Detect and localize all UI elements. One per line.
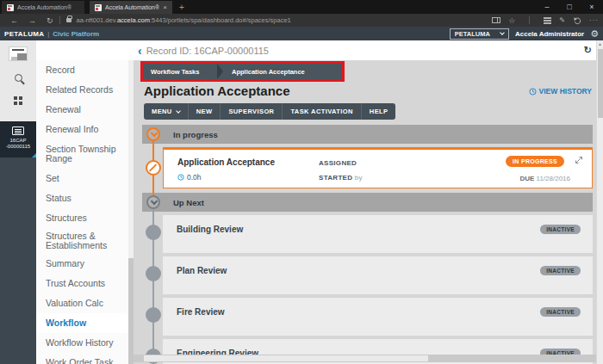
- reading-view-icon[interactable]: [492, 17, 500, 23]
- task-card-building-review[interactable]: Building Review INACTIVE: [163, 215, 593, 253]
- collapse-chevron-icon[interactable]: [146, 195, 160, 209]
- clock-icon: [177, 174, 184, 181]
- sidebar-item-structures[interactable]: Structures: [36, 208, 134, 228]
- workflow-content: Workflow Tasks Application Acceptance Ap…: [134, 60, 596, 364]
- collapse-chevron-icon[interactable]: [146, 127, 160, 141]
- agency-dropdown[interactable]: PETALUMA: [450, 28, 509, 40]
- status-badge: INACTIVE: [540, 266, 581, 275]
- close-window-button[interactable]: ×: [581, 0, 603, 14]
- back-icon[interactable]: ←: [10, 16, 18, 25]
- section-up-next[interactable]: Up Next: [142, 193, 593, 212]
- back-chevron-icon[interactable]: ‹: [138, 45, 142, 57]
- task-card-fire-review[interactable]: Fire Review INACTIVE: [163, 298, 593, 336]
- sidebar-item-set[interactable]: Set: [36, 169, 134, 188]
- task-card-plan-review[interactable]: Plan Review INACTIVE: [163, 256, 593, 294]
- task-activation-button[interactable]: TASK ACTIVATION: [283, 103, 361, 120]
- record-header: ‹ Record ID: 16CAP-00000115 ↻: [36, 40, 596, 60]
- url-field[interactable]: aa-nft001.dev.accela.com:5443/portlets/s…: [77, 16, 291, 24]
- sidebar-item-valuation-calc[interactable]: Valuation Calc: [36, 293, 134, 313]
- breadcrumb-application-acceptance[interactable]: Application Acceptance: [223, 64, 314, 79]
- refresh-record-icon[interactable]: ↻: [584, 45, 592, 56]
- view-history-link[interactable]: VIEW HISTORY: [529, 87, 592, 96]
- window-controls: – □ ×: [536, 0, 603, 14]
- scrollbar-thumb[interactable]: [598, 49, 603, 118]
- scrollbar-thumb[interactable]: [144, 355, 428, 361]
- forward-icon[interactable]: →: [28, 16, 36, 25]
- browser-tab[interactable]: Accela Automation®: [2, 1, 84, 14]
- vertical-scrollbar[interactable]: ▲: [596, 40, 603, 364]
- hub-icon[interactable]: [544, 17, 551, 19]
- app-header: PETALUMA | Civic Platform PETALUMA Accel…: [0, 27, 603, 40]
- app-header-right: PETALUMA Accela Administrator ⚙: [450, 28, 599, 40]
- lock-icon: [66, 18, 71, 22]
- annotation-highlight-box: Workflow Tasks Application Acceptance: [140, 61, 345, 82]
- workspace: 16CAP -00000115 ‹ Record ID: 16CAP-00000…: [0, 40, 603, 364]
- menu-button[interactable]: MENU: [144, 103, 189, 120]
- expand-icon[interactable]: [575, 156, 583, 164]
- rail-background: [0, 157, 36, 364]
- section-in-progress[interactable]: In progress: [142, 125, 593, 144]
- minimize-button[interactable]: –: [536, 0, 558, 14]
- maximize-button[interactable]: □: [558, 0, 581, 14]
- tab-title: Accela Automation®: [105, 4, 159, 10]
- sidebar-item-summary[interactable]: Summary: [36, 254, 134, 274]
- sidebar-item-work-order-task[interactable]: Work Order Task: [36, 353, 134, 364]
- divider: [529, 16, 530, 24]
- web-note-icon[interactable]: ✎: [559, 16, 565, 24]
- sidebar-item-renewal-info[interactable]: Renewal Info: [36, 120, 134, 139]
- favorite-star-icon[interactable]: ☆: [508, 16, 515, 25]
- tab-title: Accela Automation®: [17, 4, 71, 10]
- browser-address-bar: ← → ↻ aa-nft001.dev.accela.com:5443/port…: [0, 14, 603, 27]
- sidebar-item-workflow[interactable]: Workflow: [36, 313, 134, 333]
- started-label: STARTED by: [319, 174, 363, 182]
- sidebar-item-related-records[interactable]: Related Records: [36, 80, 134, 100]
- supervisor-button[interactable]: SUPERVISOR: [221, 103, 283, 120]
- sidebar-item-structures-establishments[interactable]: Structures & Establishments: [36, 228, 134, 254]
- breadcrumb-arrow-icon: [217, 64, 223, 79]
- address-bar-actions: ☆ ✎ ···: [492, 16, 603, 25]
- chevron-down-icon: [176, 108, 181, 114]
- launchpad-icon[interactable]: [9, 47, 27, 60]
- chevron-down-icon: [500, 30, 505, 35]
- sidebar-item-status[interactable]: Status: [36, 188, 134, 208]
- record-id-title: Record ID: 16CAP-00000115: [146, 46, 269, 56]
- search-icon[interactable]: [15, 74, 22, 82]
- left-icon-rail: 16CAP -00000115: [0, 40, 36, 364]
- refresh-icon[interactable]: ↻: [47, 16, 53, 25]
- status-badge: INACTIVE: [540, 307, 581, 317]
- sidebar-item-renewal[interactable]: Renewal: [36, 100, 134, 120]
- due-date: DUE 11/28/2016: [519, 175, 570, 182]
- new-tab-button[interactable]: +: [179, 3, 184, 12]
- gear-icon[interactable]: ⚙: [590, 29, 599, 39]
- help-button[interactable]: HELP: [362, 103, 396, 120]
- record-tab-tile[interactable]: 16CAP -00000115: [0, 121, 36, 157]
- share-icon[interactable]: [573, 16, 581, 25]
- accela-favicon: [7, 4, 14, 11]
- tab-close-icon[interactable]: ×: [163, 3, 167, 11]
- page-title: Application Acceptance: [144, 83, 289, 98]
- sidebar-item-workflow-history[interactable]: Workflow History: [36, 333, 134, 353]
- task-card-application-acceptance[interactable]: Application Acceptance 0.0h ASSIGNED STA…: [163, 147, 593, 188]
- accela-favicon: [95, 4, 102, 11]
- sidebar-item-trust-accounts[interactable]: Trust Accounts: [36, 274, 134, 293]
- more-options-icon[interactable]: ···: [589, 16, 599, 24]
- browser-tab-active[interactable]: Accela Automation® ×: [90, 1, 172, 14]
- timeline-dot: [146, 307, 161, 323]
- apps-grid-icon[interactable]: [14, 96, 17, 100]
- new-button[interactable]: NEW: [189, 103, 221, 120]
- breadcrumb-workflow-tasks[interactable]: Workflow Tasks: [143, 64, 217, 79]
- task-hours: 0.0h: [177, 173, 202, 182]
- timeline-dot: [146, 266, 161, 281]
- status-badge: INACTIVE: [540, 225, 581, 234]
- sidebar-item-record[interactable]: Record: [36, 60, 134, 80]
- scroll-up-icon[interactable]: ▲: [597, 40, 603, 47]
- active-task-pencil-icon: [146, 160, 161, 176]
- assigned-label: ASSIGNED: [319, 159, 357, 167]
- divider: [59, 16, 60, 24]
- timeline-dot: [146, 225, 161, 240]
- status-badge: IN PROGRESS: [506, 156, 564, 167]
- agency-brand: PETALUMA: [4, 30, 44, 38]
- product-name: Civic Platform: [53, 30, 99, 38]
- sidebar-item-section-township-range[interactable]: Section Township Range: [36, 139, 134, 169]
- horizontal-scrollbar[interactable]: [134, 355, 596, 362]
